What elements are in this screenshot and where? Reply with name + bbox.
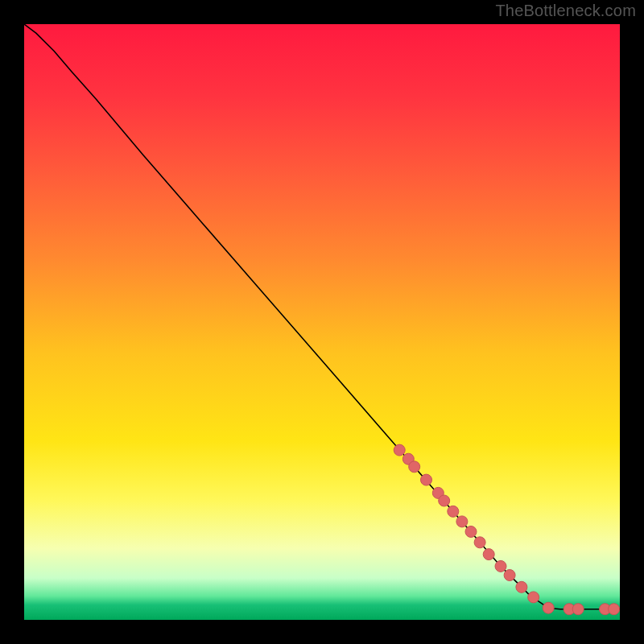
chart-stage: TheBottleneck.com [0,0,644,644]
data-marker [421,474,432,485]
data-marker [516,581,527,592]
data-marker [483,549,494,560]
data-marker [543,602,554,613]
data-marker [465,526,477,537]
data-marker [394,444,405,456]
data-marker [439,495,450,506]
data-marker [609,604,620,615]
attribution-text: TheBottleneck.com [495,2,636,20]
data-marker [504,570,515,581]
chart-svg [24,24,620,620]
data-marker [456,516,468,527]
data-marker [409,461,420,473]
data-marker [495,560,506,572]
data-marker [474,537,485,548]
plot-area [24,24,620,620]
data-marker [448,506,459,517]
data-marker [572,604,584,615]
data-marker [528,592,539,603]
gradient-background [24,24,620,620]
